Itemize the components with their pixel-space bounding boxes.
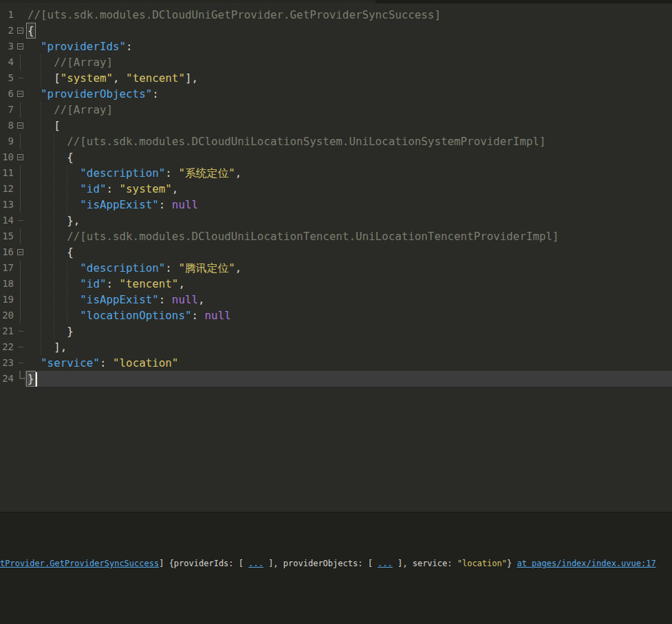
- code-line[interactable]: 24}: [0, 371, 672, 387]
- console-link[interactable]: ...: [248, 559, 263, 568]
- token-punct: },: [67, 214, 80, 227]
- line-number[interactable]: 20: [0, 308, 14, 323]
- console-text: "location": [457, 559, 507, 568]
- code-line[interactable]: 18 "id": "tencent",: [0, 276, 672, 292]
- token-key: "isAppExist": [80, 293, 158, 306]
- code-text: [: [28, 118, 61, 133]
- code-line[interactable]: 21 }: [0, 323, 672, 339]
- line-number[interactable]: 22: [0, 339, 14, 355]
- line-number[interactable]: 12: [0, 181, 14, 197]
- fold-guide: [14, 355, 28, 371]
- line-number[interactable]: 24: [0, 371, 14, 387]
- token-key: "service": [41, 356, 100, 369]
- code-line[interactable]: 20 "locationOptions": null: [0, 308, 672, 323]
- line-number[interactable]: 4: [0, 54, 14, 70]
- code-line[interactable]: 6 "providerObjects":: [0, 86, 672, 102]
- code-line[interactable]: 19 "isAppExist": null,: [0, 292, 672, 308]
- code-text: //[uts.sdk.modules.DCloudUniGetProvider.…: [28, 7, 441, 23]
- fold-toggle-icon[interactable]: [14, 86, 28, 102]
- code-line[interactable]: 17 "description": "腾讯定位",: [0, 260, 672, 276]
- line-number[interactable]: 6: [0, 86, 14, 102]
- code-line[interactable]: 9 //[uts.sdk.modules.DCloudUniLocationSy…: [0, 133, 672, 149]
- code-text: "providerObjects":: [28, 86, 159, 102]
- line-number[interactable]: 2: [0, 23, 14, 39]
- code-text: "id": "tencent",: [28, 276, 185, 292]
- code-line[interactable]: 7 //[Array]: [0, 102, 672, 118]
- line-number[interactable]: 1: [0, 7, 14, 23]
- code-line[interactable]: 22 ],: [0, 339, 672, 355]
- code-line[interactable]: 14 },: [0, 213, 672, 228]
- token-punct: ,: [235, 166, 242, 180]
- fold-guide: [14, 7, 28, 23]
- token-punct: :: [100, 356, 113, 369]
- code-line[interactable]: 15 //[uts.sdk.modules.DCloudUniLocationT…: [0, 228, 672, 244]
- code-line[interactable]: 1//[uts.sdk.modules.DCloudUniGetProvider…: [0, 7, 672, 23]
- code-line[interactable]: 11 "description": "系统定位",: [0, 165, 672, 181]
- code-editor[interactable]: 1//[uts.sdk.modules.DCloudUniGetProvider…: [0, 0, 672, 512]
- console-link[interactable]: ...: [378, 559, 393, 568]
- code-text: {: [28, 23, 34, 39]
- token-key: "description": [80, 261, 165, 275]
- line-number[interactable]: 3: [0, 39, 14, 54]
- line-number[interactable]: 5: [0, 70, 14, 86]
- token-str: "system": [120, 182, 172, 195]
- line-number[interactable]: 11: [0, 165, 14, 181]
- fold-toggle-icon[interactable]: [14, 149, 28, 165]
- line-number[interactable]: 10: [0, 149, 14, 165]
- fold-toggle-icon[interactable]: [14, 23, 28, 39]
- token-kw: null: [205, 309, 231, 322]
- fold-toggle-icon[interactable]: [14, 118, 28, 133]
- code-line[interactable]: 13 "isAppExist": null: [0, 197, 672, 213]
- line-number[interactable]: 8: [0, 118, 14, 133]
- code-line[interactable]: 2{: [0, 23, 672, 39]
- token-punct: :: [159, 293, 172, 306]
- fold-toggle-icon[interactable]: [14, 244, 28, 260]
- line-number[interactable]: 16: [0, 244, 14, 260]
- token-punct: ],: [54, 341, 67, 354]
- code-line[interactable]: 12 "id": "system",: [0, 181, 672, 197]
- line-number[interactable]: 18: [0, 276, 14, 292]
- top-strip-left: [0, 0, 376, 3]
- console-text: ], providerObjects: [: [263, 559, 378, 568]
- indent-guide: [41, 54, 41, 86]
- token-str: "tencent": [120, 277, 179, 290]
- line-number[interactable]: 15: [0, 228, 14, 244]
- line-number[interactable]: 7: [0, 102, 14, 118]
- code-line[interactable]: 3 "providerIds":: [0, 39, 672, 54]
- code-text: }: [28, 371, 37, 387]
- token-punct: :: [191, 309, 204, 322]
- token-str: "location": [113, 356, 178, 369]
- token-punct: :: [159, 198, 172, 211]
- fold-guide: [14, 276, 28, 292]
- fold-guide: [14, 197, 28, 213]
- code-line[interactable]: 16 {: [0, 244, 672, 260]
- fold-toggle-icon[interactable]: [14, 39, 28, 54]
- line-number[interactable]: 9: [0, 133, 14, 149]
- token-punct: {: [28, 24, 34, 37]
- code-text: "service": "location": [28, 355, 178, 371]
- code-line[interactable]: 10 {: [0, 149, 672, 165]
- code-text: "locationOptions": null: [28, 308, 231, 323]
- code-line[interactable]: 8 [: [0, 118, 672, 133]
- code-line[interactable]: 5 ["system", "tencent"],: [0, 70, 672, 86]
- token-punct: ],: [185, 72, 198, 85]
- indent-guide: [54, 133, 54, 339]
- console-link[interactable]: at pages/index/index.uvue:17: [517, 559, 655, 568]
- token-comment: //[Array]: [54, 56, 113, 69]
- code-line[interactable]: 4 //[Array]: [0, 54, 672, 70]
- line-number[interactable]: 21: [0, 323, 14, 339]
- token-punct: [: [54, 72, 61, 85]
- indent-guide: [41, 102, 41, 355]
- token-punct: ,: [198, 293, 205, 306]
- line-number[interactable]: 23: [0, 355, 14, 371]
- fold-guide: [14, 323, 28, 339]
- line-number[interactable]: 13: [0, 197, 14, 213]
- console-link[interactable]: tProvider.GetProviderSyncSuccess: [0, 559, 159, 568]
- line-number[interactable]: 14: [0, 213, 14, 228]
- line-number[interactable]: 19: [0, 292, 14, 308]
- token-punct: [: [54, 119, 61, 132]
- code-line[interactable]: 23 "service": "location": [0, 355, 672, 371]
- line-number[interactable]: 17: [0, 260, 14, 276]
- token-punct: ,: [172, 182, 179, 195]
- token-punct: ,: [235, 261, 242, 275]
